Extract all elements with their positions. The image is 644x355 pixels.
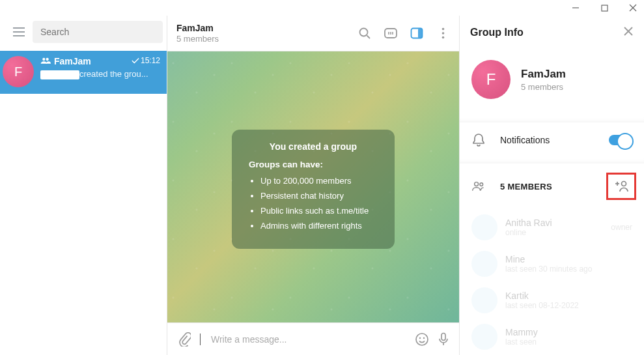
search-in-chat-button[interactable] (357, 26, 372, 40)
svg-rect-16 (418, 29, 423, 38)
window-close-button[interactable] (624, 0, 641, 16)
window-minimize-button[interactable] (567, 0, 584, 16)
chat-time: 15:12 (132, 56, 160, 65)
group-avatar: F (471, 60, 511, 99)
notice-point: Persistent chat history (260, 191, 378, 201)
member-name: Mine (505, 254, 592, 264)
svg-point-31 (622, 182, 626, 186)
group-icon (40, 56, 51, 66)
svg-line-10 (367, 36, 371, 39)
search-icon (358, 27, 371, 40)
member-row[interactable]: Mammy last seen (460, 319, 644, 355)
attach-button[interactable] (178, 332, 191, 347)
close-panel-button[interactable] (623, 26, 634, 39)
member-row[interactable]: Mine last seen 30 minutes ago (460, 246, 644, 282)
dots-vertical-icon (441, 27, 445, 39)
message-input[interactable] (211, 334, 406, 345)
more-options-button[interactable] (436, 26, 450, 40)
member-avatar (471, 287, 497, 313)
group-info-panel: Group Info F FamJam 5 members Notificati… (459, 16, 644, 355)
member-row[interactable]: Anitha Ravi online owner (460, 209, 644, 246)
member-avatar (471, 324, 497, 350)
menu-button[interactable] (8, 21, 30, 43)
group-name: FamJam (521, 68, 566, 81)
notice-point: Up to 200,000 members (260, 176, 378, 186)
member-name: Anitha Ravi (505, 218, 603, 228)
chat-background: You created a group Groups can have: Up … (167, 51, 459, 322)
member-name: Mammy (505, 327, 538, 337)
smile-icon (415, 332, 429, 347)
notifications-row[interactable]: Notifications (460, 122, 644, 158)
member-status: last seen 30 minutes ago (505, 264, 592, 274)
notifications-toggle[interactable] (609, 135, 632, 145)
video-chat-icon (384, 27, 398, 40)
svg-point-19 (441, 36, 444, 39)
chat-list-panel: F FamJam created the grou... 15:12 (0, 16, 167, 355)
svg-point-28 (480, 183, 483, 186)
member-avatar (471, 214, 497, 240)
members-count-label: 5 MEMBERS (500, 182, 592, 192)
chat-preview: created the grou... (40, 69, 160, 79)
chat-header: FamJam 5 members (167, 16, 459, 51)
svg-point-21 (419, 337, 421, 338)
svg-point-22 (423, 337, 425, 338)
svg-point-17 (441, 28, 444, 31)
window-maximize-button[interactable] (596, 0, 613, 16)
microphone-icon (438, 332, 449, 347)
svg-rect-1 (602, 5, 608, 11)
close-icon (623, 26, 634, 36)
chat-name: FamJam (54, 56, 91, 66)
video-chat-button[interactable] (384, 26, 398, 40)
member-status: last seen (505, 337, 538, 347)
svg-point-27 (475, 182, 479, 186)
sidebar-toggle-button[interactable] (410, 26, 424, 40)
notifications-label: Notifications (500, 135, 595, 145)
member-row[interactable]: Kartik last seen 08-12-2022 (460, 282, 644, 319)
member-status: online (505, 228, 603, 237)
bell-icon (471, 133, 486, 147)
chat-title[interactable]: FamJam (176, 23, 357, 33)
svg-point-7 (42, 58, 45, 61)
svg-point-20 (416, 334, 428, 345)
paperclip-icon (178, 332, 191, 347)
search-input[interactable] (33, 21, 163, 43)
svg-rect-23 (441, 333, 445, 340)
notice-subtitle: Groups can have: (249, 160, 378, 169)
notice-title: You created a group (249, 141, 378, 152)
member-avatar (471, 251, 497, 277)
panel-title: Group Info (470, 27, 524, 38)
notice-point: Admins with different rights (260, 221, 378, 231)
check-icon (132, 57, 139, 64)
members-icon (471, 180, 486, 192)
chat-panel: FamJam 5 members (167, 16, 459, 355)
member-name: Kartik (505, 291, 579, 301)
sidebar-icon (410, 27, 423, 39)
window-titlebar (0, 0, 644, 16)
text-cursor (200, 334, 201, 345)
avatar-letter: F (14, 64, 22, 79)
svg-point-8 (46, 58, 49, 61)
svg-point-9 (360, 29, 368, 36)
redacted-sender (40, 70, 79, 79)
chat-avatar: F (3, 56, 34, 87)
members-header: 5 MEMBERS (460, 163, 644, 209)
chat-subtitle: 5 members (176, 34, 357, 44)
member-role: owner (611, 223, 632, 232)
group-created-notice: You created a group Groups can have: Up … (232, 130, 395, 249)
member-status: last seen 08-12-2022 (505, 301, 579, 310)
group-profile[interactable]: F FamJam 5 members (460, 50, 644, 116)
emoji-button[interactable] (415, 332, 429, 347)
notice-point: Public links such as t.me/title (260, 206, 378, 216)
message-composer (167, 322, 459, 355)
voice-message-button[interactable] (438, 332, 449, 347)
add-member-button[interactable] (606, 173, 636, 200)
svg-point-18 (441, 32, 444, 35)
add-user-icon (613, 180, 629, 193)
group-member-count: 5 members (521, 82, 566, 92)
chat-list-item[interactable]: F FamJam created the grou... 15:12 (0, 51, 167, 94)
